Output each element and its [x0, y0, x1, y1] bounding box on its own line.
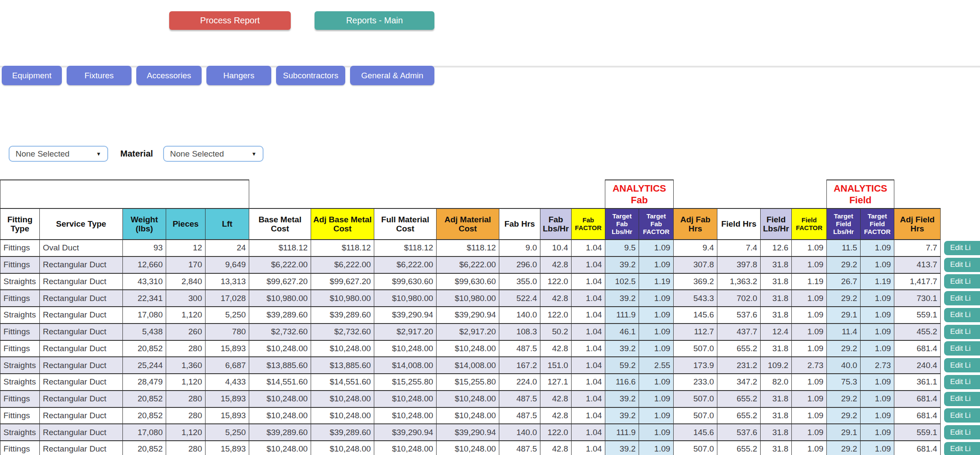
cell: 1.04 [572, 374, 605, 391]
cell: 507.0 [674, 441, 717, 455]
cell: 42.8 [540, 290, 572, 307]
analytics-fab-header: ANALYTICS Fab [605, 180, 674, 208]
cell: 5,438 [123, 324, 166, 340]
cell: 122.0 [540, 307, 572, 324]
cell: 1.09 [861, 391, 894, 407]
cell: 369.2 [674, 273, 717, 290]
cell: 1,363.2 [717, 273, 761, 290]
process-report-button[interactable]: Process Report [169, 11, 291, 30]
edit-line-button[interactable]: Edit Li [944, 375, 980, 389]
table-row: FittingsRectangular Duct20,85228015,893$… [0, 391, 980, 407]
cell: $10,248.00 [374, 391, 437, 407]
cell: 1.04 [572, 391, 605, 407]
edit-line-button[interactable]: Edit Li [944, 442, 980, 455]
edit-line-button[interactable]: Edit Li [944, 358, 980, 372]
cell: 9.4 [674, 240, 717, 256]
cell: Straights [0, 424, 40, 441]
material-label: Material [120, 146, 153, 162]
cell: $13,885.60 [311, 357, 374, 374]
edit-line-button[interactable]: Edit Li [944, 258, 980, 272]
cell: 31.8 [761, 290, 792, 307]
edit-line-button[interactable]: Edit Li [944, 274, 980, 288]
service-filter-dropdown[interactable]: None Selected ▼ [9, 146, 108, 162]
cell: 12,660 [123, 256, 166, 273]
reports-main-button[interactable]: Reports - Main [315, 11, 434, 30]
edit-line-button[interactable]: Edit Li [944, 308, 980, 322]
cell: 31.8 [761, 307, 792, 324]
cell: $118.12 [437, 240, 499, 256]
cell: 15,893 [206, 391, 249, 407]
cell: 1.04 [572, 357, 605, 374]
cell: 15,893 [206, 441, 249, 455]
table-row: FittingsRectangular Duct20,85228015,893$… [0, 407, 980, 424]
cell: 31.8 [761, 340, 792, 357]
cell: 17,080 [123, 307, 166, 324]
cell: 1.09 [792, 240, 827, 256]
cell: 1.09 [861, 324, 894, 340]
cell: 29.2 [827, 256, 861, 273]
cell: 173.9 [674, 357, 717, 374]
cell: Rectangular Duct [40, 391, 123, 407]
header-spacer [941, 208, 980, 240]
cell: 42.8 [540, 340, 572, 357]
edit-line-button[interactable]: Edit Li [944, 392, 980, 406]
cell: 1.09 [792, 441, 827, 455]
cell: $15,255.80 [437, 374, 499, 391]
tab-fixtures[interactable]: Fixtures [67, 66, 132, 85]
cell: 1.09 [861, 407, 894, 424]
edit-line-button[interactable]: Edit Li [944, 341, 980, 356]
table-row: FittingsRectangular Duct20,85228015,893$… [0, 441, 980, 455]
edit-cell: Edit Li [941, 240, 980, 256]
cell: 2,840 [166, 273, 206, 290]
cell: 42.8 [540, 407, 572, 424]
cell: $10,248.00 [311, 340, 374, 357]
edit-cell: Edit Li [941, 441, 980, 455]
cell: $15,255.80 [374, 374, 437, 391]
cell: 1.09 [792, 391, 827, 407]
edit-line-button[interactable]: Edit Li [944, 408, 980, 423]
cell: 9.0 [499, 240, 540, 256]
cell: 1.04 [572, 424, 605, 441]
edit-line-button[interactable]: Edit Li [944, 325, 980, 339]
cell: $10,248.00 [311, 441, 374, 455]
col-header-adj-fab-hrs: Adj Fab Hrs [674, 208, 717, 240]
analytics-field-line1: ANALYTICS [827, 183, 893, 194]
cell: $10,980.00 [374, 290, 437, 307]
edit-line-button[interactable]: Edit Li [944, 241, 980, 255]
cell: 5,250 [206, 424, 249, 441]
cell: 1.09 [639, 374, 674, 391]
cell: Straights [0, 357, 40, 374]
edit-line-button[interactable]: Edit Li [944, 291, 980, 305]
cell: Fittings [0, 407, 40, 424]
cell: 20,852 [123, 391, 166, 407]
cell: 681.4 [894, 407, 941, 424]
cell: 112.7 [674, 324, 717, 340]
cell: 29.2 [827, 441, 861, 455]
cell: 29.2 [827, 391, 861, 407]
cell: 559.1 [894, 307, 941, 324]
cell: 170 [166, 256, 206, 273]
cell: 75.3 [827, 374, 861, 391]
cell: 1,417.7 [894, 273, 941, 290]
cell: $39,290.94 [374, 307, 437, 324]
tab-subcontractors[interactable]: Subcontractors [276, 66, 345, 85]
cell: 300 [166, 290, 206, 307]
cell: Rectangular Duct [40, 273, 123, 290]
cell: 780 [206, 324, 249, 340]
tab-hangers[interactable]: Hangers [206, 66, 271, 85]
cell: 487.5 [499, 340, 540, 357]
tab-equipment[interactable]: Equipment [2, 66, 62, 85]
header-spacer [674, 180, 827, 208]
col-header-full-material-cost: Full Material Cost [374, 208, 437, 240]
tab-accessories[interactable]: Accessories [136, 66, 202, 85]
cell: 1,360 [166, 357, 206, 374]
cell: 29.2 [827, 290, 861, 307]
edit-cell: Edit Li [941, 324, 980, 340]
cell: $14,551.60 [249, 374, 311, 391]
tab-general-admin[interactable]: General & Admin [350, 66, 434, 85]
material-filter-dropdown[interactable]: None Selected ▼ [163, 146, 263, 162]
edit-line-button[interactable]: Edit Li [944, 425, 980, 439]
col-header-fab-hrs: Fab Hrs [499, 208, 540, 240]
cell: 1.09 [639, 307, 674, 324]
cell: Rectangular Duct [40, 374, 123, 391]
